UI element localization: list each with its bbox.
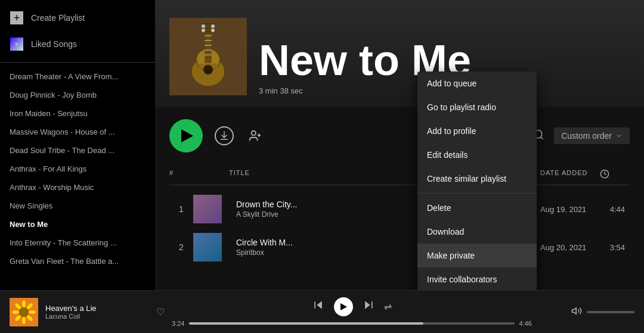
play-button[interactable] (169, 119, 203, 153)
table-row[interactable]: 1 Drown the City... A Skylit Drive ...he… (169, 190, 630, 228)
track-details: Drown the City... A Skylit Drive (229, 200, 421, 219)
col-num: # (169, 169, 193, 180)
track-date: Aug 20, 2021 (540, 243, 600, 252)
svg-marker-35 (572, 307, 577, 314)
playlist-list: Dream Theater - A View From...Doug Pinni… (0, 63, 155, 290)
skip-forward-button[interactable] (363, 299, 374, 314)
track-duration: 3:54 (600, 243, 630, 252)
svg-point-11 (202, 24, 205, 28)
col-date: DATE ADDED (540, 169, 600, 180)
volume-controls (539, 306, 634, 319)
context-menu-divider (417, 193, 537, 194)
create-playlist-button[interactable]: + Create Playlist (0, 5, 155, 31)
album-art (10, 298, 38, 326)
context-menu: Add to queueGo to playlist radioAdd to p… (417, 71, 537, 290)
sidebar-playlist-item[interactable]: Anthrax - For All Kings (0, 160, 155, 178)
svg-line-19 (541, 136, 543, 139)
sidebar-playlist-item[interactable]: Dead Soul Tribe - The Dead ... (0, 141, 155, 160)
svg-marker-31 (317, 301, 321, 309)
context-menu-item-add-to-queue[interactable]: Add to queue (417, 71, 537, 95)
player-controls: ⇌ 3:24 4:46 (172, 297, 532, 327)
context-menu-label: Delete (427, 203, 451, 213)
sidebar-playlist-item[interactable]: Into Eternity - The Scattering ... (0, 234, 155, 252)
repeat-button[interactable]: ⇌ (384, 301, 392, 312)
custom-order-button[interactable]: Custom order (554, 127, 630, 144)
liked-songs-button[interactable]: ♥ Liked Songs (0, 31, 155, 57)
context-menu-item-delete[interactable]: Delete (417, 196, 537, 220)
volume-bar[interactable] (587, 311, 634, 313)
play-icon-small (340, 303, 347, 310)
context-menu-label: Download (427, 227, 464, 236)
liked-songs-icon: ♥ (10, 37, 24, 51)
svg-marker-33 (365, 301, 370, 309)
context-menu-label: Add to queue (427, 79, 476, 88)
total-time: 4:46 (519, 320, 532, 327)
current-time: 3:24 (172, 320, 184, 327)
progress-bar[interactable]: 3:24 4:46 (172, 320, 532, 327)
svg-point-22 (19, 307, 29, 317)
svg-point-23 (22, 300, 26, 307)
custom-order-label: Custom order (561, 131, 612, 141)
now-playing: Heaven's a Lie Lacuna Coil ♡ (10, 298, 165, 326)
sidebar-playlist-item[interactable]: New to Me (0, 215, 155, 234)
svg-point-13 (211, 24, 215, 28)
context-menu-item-invite-collaborators[interactable]: Invite collaborators (417, 267, 537, 290)
context-menu-label: Create similar playlist (427, 174, 506, 183)
context-menu-item-create-similar-playlist[interactable]: Create similar playlist (417, 167, 537, 191)
song-info: Heaven's a Lie Lacuna Coil (45, 304, 149, 320)
context-menu-item-make-private[interactable]: Make private (417, 244, 537, 267)
track-list-header: # TITLE DATE ADDED (169, 164, 630, 185)
download-button[interactable] (215, 126, 234, 145)
track-number: 2 (169, 242, 193, 252)
svg-point-27 (22, 317, 26, 324)
sidebar-playlist-item[interactable]: Doug Pinnick - Joy Bomb (0, 86, 155, 104)
create-playlist-label: Create Playlist (31, 13, 85, 23)
playlist-controls: Custom order (155, 107, 644, 164)
add-user-button[interactable] (246, 126, 265, 145)
col-duration (600, 169, 630, 180)
player-bar: Heaven's a Lie Lacuna Coil ♡ ⇌ (0, 290, 644, 333)
context-menu-item-edit-details[interactable]: Edit details (417, 143, 537, 167)
context-menu-label: Go to playlist radio (427, 102, 496, 112)
progress-track[interactable] (189, 322, 514, 325)
main-content: New to Me 3 min 38 sec (155, 0, 644, 290)
track-date: Aug 19, 2021 (540, 205, 600, 214)
playlist-header: New to Me 3 min 38 sec (155, 0, 644, 107)
play-pause-button[interactable] (334, 297, 353, 316)
sidebar: + Create Playlist ♥ Liked Songs Dream Th… (0, 0, 155, 290)
svg-rect-4 (205, 30, 211, 63)
context-menu-item-add-to-profile[interactable]: Add to profile (417, 119, 537, 143)
track-name: Drown the City... (236, 200, 421, 209)
volume-icon (571, 306, 582, 319)
song-name: Heaven's a Lie (45, 304, 149, 313)
sidebar-playlist-item[interactable]: New Singles (0, 197, 155, 215)
sidebar-playlist-item[interactable]: Dream Theater - A View From... (0, 67, 155, 86)
svg-point-29 (12, 310, 19, 314)
col-title: TITLE (229, 169, 421, 180)
track-number: 1 (169, 204, 193, 214)
sidebar-playlist-item[interactable]: Greta Van Fleet - The Battle a... (0, 252, 155, 270)
playlist-duration: 3 min 38 sec (259, 86, 303, 95)
svg-point-15 (252, 131, 256, 135)
skip-back-button[interactable] (312, 299, 324, 314)
like-button[interactable]: ♡ (156, 306, 165, 318)
sidebar-playlist-item[interactable]: Massive Wagons - House of ... (0, 123, 155, 141)
track-thumbnail (193, 195, 222, 223)
progress-fill (189, 322, 423, 325)
context-menu-label: Add to profile (427, 126, 476, 136)
cover-image (169, 18, 247, 95)
track-artist: Spiritbox (236, 248, 421, 257)
track-thumbnail (193, 233, 222, 262)
sidebar-playlist-item[interactable]: Iron Maiden - Senjutsu (0, 104, 155, 123)
context-menu-item-go-to-playlist-radio[interactable]: Go to playlist radio (417, 95, 537, 119)
song-artist: Lacuna Coil (45, 313, 149, 320)
sidebar-playlist-item[interactable]: Anthrax - Worship Music (0, 178, 155, 197)
play-icon (181, 129, 193, 142)
context-menu-label: Edit details (427, 150, 467, 160)
main-layout: + Create Playlist ♥ Liked Songs Dream Th… (0, 0, 644, 290)
track-name: Circle With M... (236, 238, 421, 247)
context-menu-item-download[interactable]: Download (417, 220, 537, 244)
liked-songs-label: Liked Songs (31, 39, 77, 49)
svg-point-25 (29, 310, 36, 314)
table-row[interactable]: 2 Circle With M... Spiritbox ...th Me Au… (169, 228, 630, 266)
